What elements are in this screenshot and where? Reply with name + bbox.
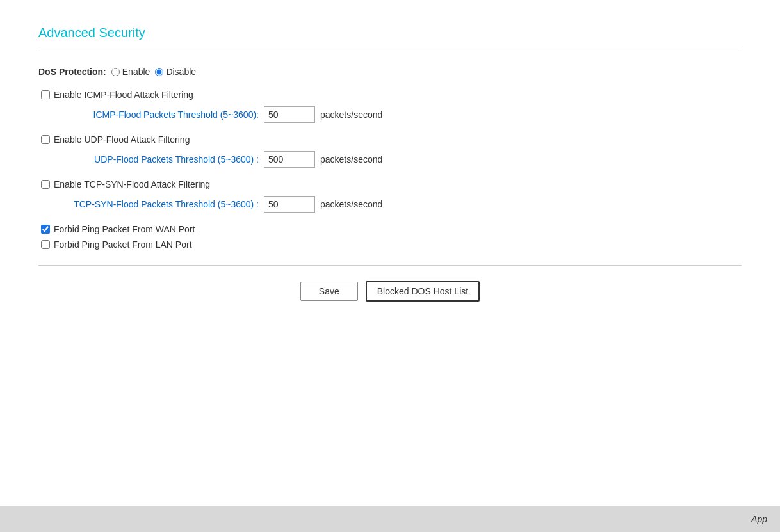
icmp-threshold-input[interactable] [264,106,315,123]
tcp-checkbox[interactable] [41,180,50,189]
tcp-threshold-input[interactable] [264,196,315,213]
disable-radio-text: Disable [166,67,196,77]
ping-section: Forbid Ping Packet From WAN Port Forbid … [41,224,742,250]
enable-radio[interactable] [111,68,120,76]
icmp-threshold-label: ICMP-Flood Packets Threshold (5~3600): [60,109,259,120]
ping-lan-checkbox[interactable] [41,240,50,249]
page-title: Advanced Security [38,26,742,40]
tcp-section: Enable TCP-SYN-Flood Attack Filtering TC… [41,179,742,213]
ping-wan-label: Forbid Ping Packet From WAN Port [54,224,195,234]
main-content: Advanced Security DoS Protection: Enable… [0,0,780,506]
icmp-section: Enable ICMP-Flood Attack Filtering ICMP-… [41,90,742,123]
icmp-threshold-unit: packets/second [320,109,382,120]
tcp-threshold-label: TCP-SYN-Flood Packets Threshold (5~3600)… [60,199,259,209]
enable-radio-text: Enable [122,67,150,77]
tcp-checkbox-row: Enable TCP-SYN-Flood Attack Filtering [41,179,742,189]
udp-threshold-row: UDP-Flood Packets Threshold (5~3600) : p… [60,151,742,168]
ping-wan-row: Forbid Ping Packet From WAN Port [41,224,742,234]
tcp-checkbox-label: Enable TCP-SYN-Flood Attack Filtering [54,179,210,189]
save-button[interactable]: Save [300,282,358,301]
tcp-threshold-unit: packets/second [320,199,382,209]
dos-protection-row: DoS Protection: Enable Disable [38,67,742,77]
ping-lan-label: Forbid Ping Packet From LAN Port [54,239,192,250]
bottom-divider [38,265,742,266]
udp-threshold-label: UDP-Flood Packets Threshold (5~3600) : [60,154,259,165]
disable-radio[interactable] [155,68,163,76]
footer-app-text: App [751,514,767,524]
udp-threshold-input[interactable] [264,151,315,168]
disable-radio-label[interactable]: Disable [155,67,196,77]
icmp-checkbox-row: Enable ICMP-Flood Attack Filtering [41,90,742,100]
udp-checkbox[interactable] [41,135,50,144]
icmp-threshold-row: ICMP-Flood Packets Threshold (5~3600): p… [60,106,742,123]
buttons-row: Save Blocked DOS Host List [38,281,742,302]
udp-threshold-unit: packets/second [320,154,382,165]
footer-bar: App [0,506,780,532]
dos-protection-label: DoS Protection: [38,67,106,77]
udp-checkbox-row: Enable UDP-Flood Attack Filtering [41,134,742,145]
icmp-checkbox[interactable] [41,90,50,99]
udp-checkbox-label: Enable UDP-Flood Attack Filtering [54,134,190,145]
ping-lan-row: Forbid Ping Packet From LAN Port [41,239,742,250]
top-divider [38,51,742,51]
ping-wan-checkbox[interactable] [41,225,50,234]
enable-radio-label[interactable]: Enable [111,67,150,77]
blocked-dos-host-list-button[interactable]: Blocked DOS Host List [366,281,480,302]
udp-section: Enable UDP-Flood Attack Filtering UDP-Fl… [41,134,742,168]
icmp-checkbox-label: Enable ICMP-Flood Attack Filtering [54,90,193,100]
tcp-threshold-row: TCP-SYN-Flood Packets Threshold (5~3600)… [60,196,742,213]
